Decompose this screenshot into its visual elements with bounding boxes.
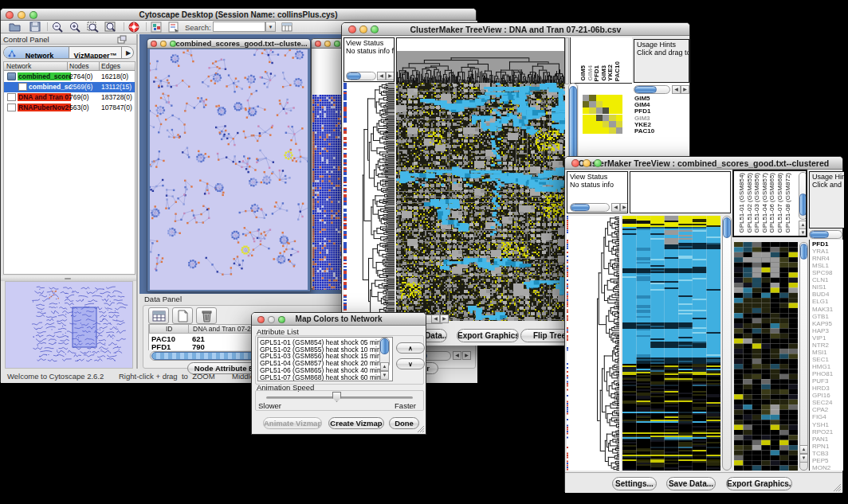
search-dropdown-button[interactable]: ▼ — [265, 21, 276, 32]
scroll-left-button[interactable]: ◀ — [672, 85, 681, 94]
main-title-bar[interactable]: Cytoscape Desktop (Session Name: collins… — [1, 9, 476, 21]
scroll-right-button[interactable]: ▶ — [681, 85, 689, 94]
zoom-button[interactable] — [594, 159, 602, 167]
network-name: combined_scores — [18, 72, 71, 80]
attribute-select-button[interactable] — [148, 307, 169, 324]
minimize-button[interactable] — [324, 41, 331, 47]
zoom-selected-icon[interactable] — [87, 21, 99, 33]
move-down-button[interactable]: ∨ — [396, 358, 425, 369]
animate-vizmap-button[interactable]: Animate Vizmap — [263, 417, 322, 429]
scroll-down-button[interactable]: ▼ — [380, 371, 389, 380]
float-panel-icon[interactable] — [117, 35, 127, 44]
scroll-left-button[interactable]: ◀ — [377, 72, 386, 80]
minimize-button[interactable] — [18, 11, 26, 19]
annotation-icon[interactable] — [168, 21, 179, 33]
export-graphics-button[interactable]: Export Graphics... — [457, 329, 519, 342]
save-data-button[interactable]: Save Data... — [666, 477, 716, 490]
scroll-down-button[interactable]: ▼ — [799, 229, 807, 237]
network-table: Network Nodes Edges combined_scores2764(… — [3, 61, 135, 275]
scroll-right-button[interactable]: ▶ — [620, 203, 628, 212]
tv1-row-dendrogram[interactable] — [344, 83, 395, 321]
tv1-correlation-matrix[interactable] — [583, 95, 622, 134]
search-input[interactable] — [213, 21, 265, 32]
tv2-row-dendrogram[interactable] — [567, 216, 621, 471]
done-button[interactable]: Done — [389, 417, 419, 429]
scroll-down-button[interactable]: ▼ — [799, 454, 808, 463]
zoom-button[interactable] — [334, 41, 340, 47]
export-graphics-button[interactable]: Export Graphics... — [726, 477, 792, 490]
delete-attribute-button[interactable] — [196, 307, 217, 324]
tab-vizmapper[interactable]: VizMapper™ — [69, 47, 122, 59]
matrix-cell — [596, 107, 603, 114]
plugin-icon[interactable] — [151, 21, 162, 33]
minimize-button[interactable] — [359, 25, 367, 33]
save-icon[interactable] — [29, 21, 41, 32]
move-up-button[interactable]: ∧ — [396, 342, 425, 354]
tv1-column-dendrogram[interactable] — [396, 37, 565, 84]
attribute-item[interactable]: GPL51-07 (GSM868) heat shock 60 min — [260, 373, 381, 381]
network-overview[interactable] — [5, 281, 133, 369]
create-vizmap-button[interactable]: Create Vizmap — [328, 417, 384, 429]
scroll-right-button[interactable]: ▶ — [462, 351, 471, 360]
network-list-row[interactable]: DNA and Tran 07769(0)183728(0) — [4, 92, 135, 103]
tab-network[interactable]: Network — [4, 47, 69, 59]
scroll-left-button[interactable]: ◀ — [611, 203, 620, 212]
help-ring-icon[interactable] — [128, 21, 139, 33]
network-view-title-bar[interactable]: combined_scores_good.txt--cluste... — [147, 39, 310, 49]
col-header-network[interactable]: Network — [6, 62, 31, 70]
id-column-header[interactable]: ID — [166, 325, 173, 333]
treeview1-title-bar[interactable]: ClusterMaker TreeView : DNA and Tran 07-… — [342, 23, 689, 36]
matrix-cell — [596, 101, 603, 107]
zoom-button[interactable] — [29, 11, 37, 19]
network-canvas[interactable] — [150, 49, 308, 290]
dialog-title-bar[interactable]: Map Colors to Network — [252, 313, 426, 326]
table-import-icon[interactable] — [281, 21, 293, 33]
tab-overflow-button[interactable]: ▶ — [122, 47, 134, 59]
minimize-button[interactable] — [583, 159, 591, 167]
scroll-left-button[interactable]: ◀ — [431, 315, 440, 323]
open-file-icon[interactable] — [9, 21, 21, 32]
zoom-in-icon[interactable] — [69, 21, 81, 33]
close-button[interactable] — [315, 41, 321, 47]
network-list-row[interactable]: combined_sco2569(6)13112(15) — [4, 82, 135, 92]
table-cell-val-1[interactable]: 790 — [192, 342, 205, 351]
close-button[interactable] — [571, 159, 579, 167]
settings-button[interactable]: Settings... — [612, 477, 657, 490]
zoom-button[interactable] — [278, 316, 285, 323]
dense-network-view[interactable] — [312, 95, 342, 290]
scroll-left-button[interactable]: ◀ — [453, 351, 461, 360]
close-button[interactable] — [6, 11, 14, 19]
new-attribute-button[interactable] — [172, 307, 193, 324]
tab-vizmapper-label: VizMapper™ — [74, 52, 117, 59]
scroll-up-button[interactable]: ▲ — [380, 362, 389, 371]
close-button[interactable] — [257, 316, 265, 323]
network-list-row[interactable]: RNAPuberNov2+!563(0)107847(0) — [4, 103, 135, 113]
network-list-row[interactable]: combined_scores2764(0)16218(0) — [4, 72, 135, 82]
minimize-button[interactable] — [160, 41, 167, 47]
scroll-right-button[interactable]: ▶ — [440, 315, 449, 323]
col-header-nodes[interactable]: Nodes — [69, 62, 89, 70]
close-button[interactable] — [151, 41, 157, 47]
tv2-secondary-vscrollbar[interactable] — [799, 242, 808, 471]
edges-count: 16218(0) — [101, 72, 128, 80]
treeview2-title-bar[interactable]: ClusterMaker TreeView : combined_scores_… — [565, 157, 842, 170]
matrix-cell — [589, 121, 595, 127]
col-header-edges[interactable]: Edges — [101, 62, 120, 70]
scroll-right-button[interactable]: ▶ — [386, 72, 395, 80]
scroll-up-button[interactable]: ▲ — [799, 445, 808, 454]
zoom-fit-icon[interactable] — [104, 21, 116, 33]
table-cell-id-1[interactable]: PFD1 — [151, 342, 171, 351]
resize-grip[interactable] — [416, 424, 425, 433]
resize-grip[interactable] — [832, 483, 842, 492]
zoom-out-icon[interactable] — [52, 21, 64, 33]
attribute-list[interactable]: GPL51-01 (GSM854) heat shock 05 minGPL51… — [257, 337, 393, 381]
close-button[interactable] — [348, 25, 356, 33]
gene-label: SEC24 — [812, 399, 832, 406]
tv1-heatmap[interactable] — [396, 83, 565, 321]
tv2-heatmap[interactable] — [622, 216, 720, 471]
tv2-secondary-heatmap[interactable] — [734, 242, 798, 471]
zoom-button[interactable] — [371, 25, 379, 33]
tv2-heatmap-vscrollbar[interactable] — [722, 216, 732, 471]
matrix-cell — [616, 101, 622, 107]
zoom-button[interactable] — [170, 41, 176, 47]
